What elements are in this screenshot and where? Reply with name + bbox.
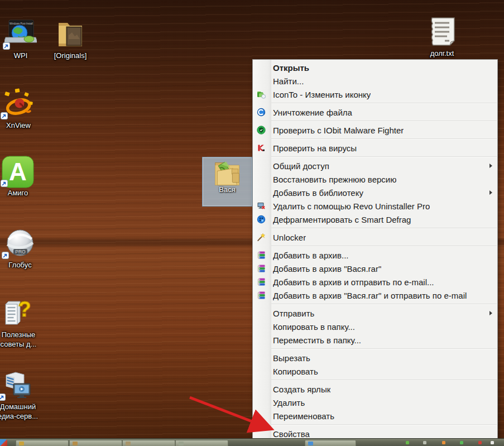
tray-icon-3[interactable] (460, 441, 463, 444)
taskbar-button-3[interactable] (175, 440, 228, 446)
menu-item-32[interactable]: Переименовать (253, 409, 497, 423)
desktop-icon-originals-folder[interactable]: [Originals] (49, 18, 92, 60)
menu-item-label: Создать ярлык (273, 385, 330, 394)
menu-item-14[interactable]: Дефрагментировать с Smart Defrag (253, 213, 497, 226)
menu-item-label: Добавить в архив... (273, 251, 348, 260)
smart-defrag-icon (256, 215, 267, 224)
blank-icon (256, 335, 267, 344)
menu-item-16[interactable]: Unlocker (253, 231, 497, 244)
tray-icon-5[interactable] (491, 441, 494, 444)
taskbar-button-1[interactable] (69, 440, 122, 446)
desktop-icon-dolg-txt[interactable]: долг.txt (421, 16, 463, 58)
svg-text:PRO: PRO (15, 249, 26, 255)
blank-icon (256, 429, 267, 438)
menu-item-label: Копировать (273, 367, 318, 376)
menu-item-25[interactable]: Переместить в папку... (253, 333, 497, 347)
blank-icon (256, 309, 267, 318)
menu-item-8[interactable]: Проверить на вирусы (253, 141, 497, 155)
desktop-icon-amigo[interactable]: AАмиго (0, 156, 36, 198)
menu-item-31[interactable]: Удалить (253, 396, 497, 409)
menu-separator (271, 424, 497, 425)
menu-item-0[interactable]: Открыть (253, 61, 497, 74)
text-file-icon (421, 16, 463, 49)
menu-item-label: Уничтожение файла (273, 108, 352, 117)
taskbar-button-4[interactable] (305, 440, 356, 446)
menu-item-18[interactable]: Добавить в архив... (253, 248, 497, 262)
menu-item-21[interactable]: Добавить в архив "Вася.rar" и отправить … (253, 289, 497, 302)
winrar-icon (256, 251, 267, 260)
winrar-icon (256, 277, 267, 286)
menu-separator (271, 138, 497, 140)
menu-item-label: Открыть (273, 63, 309, 73)
menu-item-label: Переместить в папку... (273, 335, 361, 345)
desktop-icon-label: едиа-серв... (0, 411, 38, 421)
blank-icon (256, 322, 267, 331)
submenu-arrow-icon (489, 164, 492, 168)
media-server-icon (0, 370, 38, 402)
revo-uninstaller-icon (256, 202, 267, 210)
menu-item-13[interactable]: Удалить с помощью Revo Uninstaller Pro (253, 199, 497, 213)
menu-item-19[interactable]: Добавить в архив "Вася.rar" (253, 262, 497, 275)
blank-icon (256, 161, 267, 170)
start-button[interactable] (0, 439, 7, 446)
selected-desktop-item-vasya[interactable]: Вася (202, 157, 252, 207)
menu-item-20[interactable]: Добавить в архив и отправить по e-mail..… (253, 275, 497, 289)
desktop-icon-label: советы д... (0, 339, 38, 349)
winrar-icon (256, 264, 267, 273)
menu-separator (271, 156, 497, 157)
svg-text:Windows Post-Install: Windows Post-Install (9, 22, 33, 25)
tray-icon-0[interactable] (406, 441, 409, 444)
shortcut-arrow-icon (1, 180, 8, 187)
menu-item-label: Отправить (273, 309, 314, 318)
blank-icon (256, 353, 267, 362)
menu-item-4[interactable]: Уничтожение файла (253, 105, 497, 119)
taskbar-button-icon (19, 442, 24, 445)
menu-item-23[interactable]: Отправить (253, 306, 497, 320)
desktop-icon-label: Полезные (0, 330, 38, 339)
globe-pro-icon: PRO (1, 228, 39, 260)
menu-item-27[interactable]: Вырезать (253, 351, 497, 365)
desktop-icon-label: долг.txt (421, 49, 463, 58)
menu-item-30[interactable]: Создать ярлык (253, 382, 497, 396)
menu-separator (271, 380, 497, 381)
desktop-icon-poleznye-sovety[interactable]: ?Полезныесоветы д... (0, 298, 38, 349)
desktop-icon-wpi[interactable]: Windows Post-InstallWizardWPI (2, 18, 39, 60)
blank-icon (256, 76, 267, 85)
menu-item-label: Копировать в папку... (273, 322, 355, 332)
desktop-icon-xnview[interactable]: XnView (0, 88, 37, 130)
menu-item-label: Добавить в архив "Вася.rar" (273, 264, 381, 274)
taskbar-button-2[interactable] (122, 440, 175, 446)
menu-item-1[interactable]: Найти... (253, 74, 497, 88)
blank-icon (256, 398, 267, 407)
unlocker-wand-icon (256, 233, 267, 242)
menu-item-12[interactable]: Добавить в библиотеку (253, 186, 497, 199)
photo-folder-icon (49, 18, 92, 51)
menu-item-label: Дефрагментировать с Smart Defrag (273, 215, 411, 224)
svg-text:?: ? (18, 298, 31, 321)
tray-icon-1[interactable] (423, 441, 426, 444)
help-doc-icon: ? (0, 298, 38, 330)
menu-item-label: IconTo - Изменить иконку (273, 90, 371, 99)
tray-icon-2[interactable] (442, 441, 445, 444)
desktop-icon-label: Глобус (1, 260, 39, 270)
winrar-icon (256, 291, 267, 300)
desktop-icon-globus[interactable]: PROГлобус (1, 228, 39, 270)
menu-item-2[interactable]: IconTo - Изменить иконку (253, 88, 497, 101)
menu-item-label: Общий доступ (273, 161, 329, 171)
menu-separator (271, 246, 497, 247)
tray-icon-4[interactable] (478, 441, 482, 444)
menu-item-10[interactable]: Общий доступ (253, 159, 497, 172)
taskbar-button-icon (126, 442, 131, 445)
menu-item-label: Unlocker (273, 233, 306, 242)
menu-item-label: Проверить на вирусы (273, 143, 357, 153)
menu-separator (271, 304, 497, 305)
menu-item-label: Вырезать (273, 353, 310, 363)
taskbar-button-0[interactable] (16, 440, 69, 446)
menu-item-11[interactable]: Восстановить прежнюю версию (253, 172, 497, 186)
menu-item-24[interactable]: Копировать в папку... (253, 320, 497, 333)
menu-item-6[interactable]: Проверить с IObit Malware Fighter (253, 123, 497, 137)
menu-item-label: Добавить в архив и отправить по e-mail..… (273, 277, 434, 287)
menu-item-28[interactable]: Копировать (253, 365, 497, 378)
menu-item-label: Добавить в библиотеку (273, 188, 363, 198)
desktop-icon-home-media-server[interactable]: Домашнийедиа-серв... (0, 370, 38, 421)
